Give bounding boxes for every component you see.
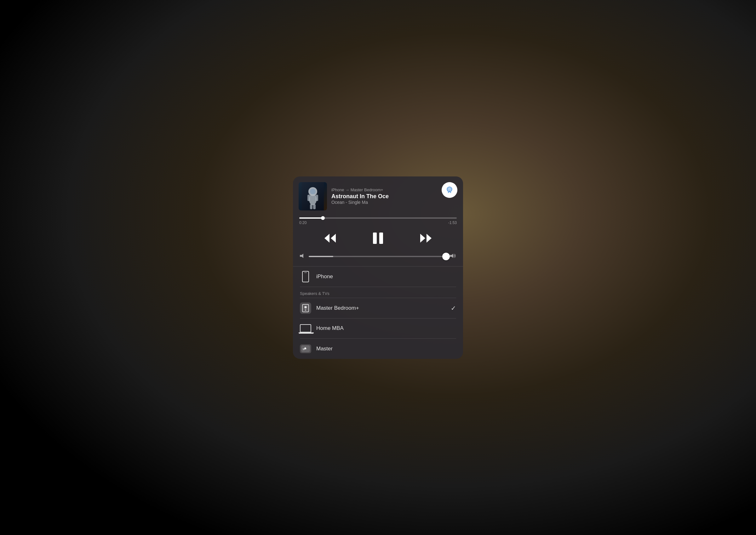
home-mba-name: Home MBA bbox=[316, 325, 456, 331]
device-item-iphone[interactable]: iPhone bbox=[293, 267, 463, 287]
panel-container: iPhone → Master Bedroom+ Astronaut In Th… bbox=[293, 177, 463, 359]
volume-thumb bbox=[442, 253, 450, 260]
speaker-svg bbox=[302, 304, 309, 312]
master-bedroom-check: ✓ bbox=[451, 304, 456, 312]
svg-point-23 bbox=[305, 309, 306, 311]
device-item-master-tv[interactable]: tv Master bbox=[293, 339, 463, 359]
speaker-icon-wrap bbox=[300, 302, 311, 314]
svg-marker-12 bbox=[324, 234, 330, 242]
rewind-icon bbox=[323, 233, 337, 246]
track-subtitle: Ocean - Single Ma bbox=[331, 200, 442, 205]
svg-point-3 bbox=[309, 194, 316, 205]
svg-rect-14 bbox=[373, 233, 377, 244]
airplay-icon bbox=[446, 186, 454, 194]
volume-fill bbox=[309, 256, 333, 257]
svg-rect-15 bbox=[379, 233, 383, 244]
album-art-svg bbox=[302, 182, 324, 211]
svg-point-11 bbox=[449, 189, 450, 190]
device-item-home-mba[interactable]: Home MBA bbox=[293, 318, 463, 338]
laptop-device-icon bbox=[300, 324, 311, 332]
pause-button[interactable] bbox=[370, 230, 386, 248]
iphone-icon-wrap bbox=[300, 271, 311, 282]
playback-controls bbox=[293, 226, 463, 253]
volume-high-icon bbox=[449, 253, 457, 261]
track-title: Astronaut In The Oce bbox=[331, 193, 442, 200]
device-list: iPhone Speakers & TVs bbox=[293, 267, 463, 359]
airplay-panel: iPhone → Master Bedroom+ Astronaut In Th… bbox=[293, 177, 463, 359]
svg-point-22 bbox=[305, 307, 306, 307]
svg-rect-4 bbox=[308, 195, 310, 201]
volume-low-icon bbox=[299, 253, 306, 261]
time-remaining: -1:53 bbox=[448, 220, 457, 225]
svg-point-8 bbox=[310, 189, 316, 194]
progress-thumb bbox=[321, 216, 325, 220]
svg-marker-18 bbox=[300, 254, 303, 258]
forward-icon bbox=[419, 233, 433, 246]
appletv-device-icon: tv bbox=[300, 344, 311, 353]
master-bedroom-name: Master Bedroom+ bbox=[316, 305, 446, 311]
speaker-box-icon bbox=[300, 302, 311, 314]
forward-button[interactable] bbox=[417, 231, 435, 248]
time-elapsed: 0:20 bbox=[299, 220, 307, 225]
svg-rect-7 bbox=[313, 204, 316, 209]
svg-marker-16 bbox=[420, 234, 425, 242]
progress-section: 0:20 -1:53 bbox=[293, 214, 463, 226]
volume-track[interactable] bbox=[309, 256, 446, 257]
svg-marker-13 bbox=[331, 234, 336, 242]
pause-icon bbox=[372, 232, 384, 246]
speakers-section-label: Speakers & TVs bbox=[293, 287, 463, 298]
laptop-icon-wrap bbox=[300, 323, 311, 334]
source-line: iPhone → Master Bedroom+ bbox=[331, 187, 442, 192]
svg-marker-19 bbox=[450, 254, 453, 258]
now-playing-section: iPhone → Master Bedroom+ Astronaut In Th… bbox=[293, 177, 463, 214]
progress-bar-fill bbox=[299, 217, 323, 219]
svg-rect-6 bbox=[310, 204, 312, 209]
device-item-master-bedroom[interactable]: Master Bedroom+ ✓ bbox=[293, 298, 463, 318]
iphone-device-icon bbox=[302, 271, 309, 282]
album-art bbox=[299, 182, 327, 211]
appletv-icon-wrap: tv bbox=[300, 343, 311, 354]
time-row: 0:20 -1:53 bbox=[299, 220, 457, 225]
track-info: iPhone → Master Bedroom+ Astronaut In Th… bbox=[331, 187, 457, 205]
svg-marker-17 bbox=[426, 234, 432, 242]
rewind-button[interactable] bbox=[321, 231, 339, 248]
appletv-svg: tv bbox=[301, 345, 310, 352]
progress-bar-track[interactable] bbox=[299, 217, 457, 219]
svg-rect-5 bbox=[316, 195, 318, 201]
airplay-button[interactable] bbox=[442, 182, 457, 198]
master-tv-name: Master bbox=[316, 346, 456, 352]
track-row: iPhone → Master Bedroom+ Astronaut In Th… bbox=[299, 182, 457, 211]
iphone-device-name: iPhone bbox=[316, 273, 456, 280]
volume-section bbox=[293, 253, 463, 266]
